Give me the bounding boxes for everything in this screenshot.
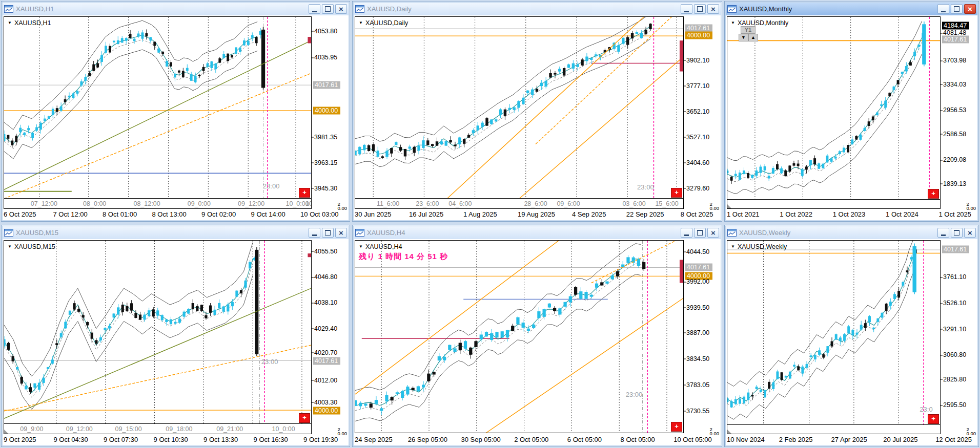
- restore-button[interactable]: [694, 228, 706, 238]
- time-axis-label: 27 Apr 2025: [831, 436, 867, 443]
- minimize-icon: [684, 11, 689, 12]
- window-titlebar[interactable]: XAUUSD,Monthly ×: [726, 3, 977, 15]
- price-axis[interactable]: 4055.504046.804038.104029.404020.704017.…: [312, 240, 348, 424]
- chart-window-daily: XAUUSD,Daily × ▼ XAUUSD,Daily +23:004017…: [352, 1, 722, 222]
- close-button[interactable]: ×: [335, 4, 347, 14]
- time-axis-label: 16 Jul 2025: [409, 210, 443, 218]
- minimize-button[interactable]: [937, 228, 949, 238]
- subwindow-scale-label: 20.00: [338, 202, 348, 210]
- window-title: XAUUSD,Daily: [367, 5, 679, 13]
- subwindow-scale-label: 20.00: [967, 202, 976, 210]
- candlestick-plot[interactable]: ▼ XAUUSD,H1 +23:00: [4, 16, 312, 199]
- legend-symbol-label: XAUUSD,H1: [14, 19, 51, 27]
- candle-countdown-text: 残り 1 時間 14 分 51 秒: [359, 252, 448, 262]
- price-axis-label: 3527.10: [686, 133, 709, 141]
- chart-legend[interactable]: ▼ XAUUSD,Monthly: [731, 19, 788, 27]
- minimize-button[interactable]: [309, 4, 320, 14]
- price-axis-label: 4012.00: [314, 376, 337, 384]
- close-button[interactable]: ×: [964, 4, 976, 14]
- restore-icon: [697, 230, 703, 236]
- restore-button[interactable]: [951, 228, 963, 238]
- time-axis[interactable]: 24 Sep 202526 Sep 05:0030 Sep 05:002 Oct…: [355, 435, 720, 444]
- close-icon: ×: [711, 5, 716, 13]
- price-axis-label: 3761.10: [943, 273, 966, 281]
- time-axis-label: 30 Sep 05:00: [461, 436, 500, 443]
- window-titlebar[interactable]: XAUUSD,H1 ×: [3, 3, 349, 15]
- minimize-icon: [312, 11, 317, 12]
- candlestick-plot[interactable]: ▼ XAUUSD,Weekly +23:0: [727, 240, 941, 425]
- candlestick-plot[interactable]: ▼ XAUUSD,Daily +23:00: [355, 16, 684, 199]
- candlestick-plot[interactable]: ▼ XAUUSD,Monthly +Y1▼▲: [727, 16, 941, 200]
- period-separator-label: 15_6:00: [655, 200, 678, 207]
- time-axis[interactable]: 10 Nov 20242 Feb 202527 Apr 202520 Jul 2…: [727, 435, 976, 444]
- minimize-button[interactable]: [681, 228, 692, 238]
- time-axis[interactable]: 30 Jun 202516 Jul 20251 Aug 202519 Aug 2…: [355, 210, 720, 219]
- window-titlebar[interactable]: XAUUSD,Weekly ×: [726, 226, 977, 239]
- price-axis-label: 4017.61: [685, 25, 712, 32]
- period-separator-label: 09_21:00: [216, 425, 243, 433]
- close-button[interactable]: ×: [335, 228, 347, 238]
- close-button[interactable]: ×: [964, 228, 976, 238]
- close-icon: ×: [968, 5, 972, 13]
- price-axis[interactable]: 4017.613761.103526.103291.103060.802825.…: [941, 240, 977, 425]
- one-click-trade-button[interactable]: +: [299, 188, 310, 198]
- chart-window-h4: XAUUSD,H4 × ▼ XAUUSD,H4 +残り 1 時間 14 分 51…: [352, 225, 722, 447]
- restore-button[interactable]: [951, 4, 963, 14]
- minimize-button[interactable]: [937, 4, 949, 14]
- time-axis-label: 30 Jun 2025: [355, 210, 392, 218]
- close-button[interactable]: ×: [707, 228, 719, 238]
- chart-legend[interactable]: ▼ XAUUSD,Daily: [359, 19, 408, 27]
- restore-icon: [954, 6, 959, 12]
- period-separator-label: 10_1: [305, 200, 312, 207]
- scale-down-button[interactable]: ▼: [739, 34, 748, 41]
- one-click-trade-button[interactable]: +: [928, 414, 939, 424]
- one-click-trade-button[interactable]: +: [299, 413, 310, 423]
- price-axis-label: 3963.15: [314, 159, 337, 166]
- price-axis[interactable]: 4184.474081.484017.613703.983334.032956.…: [941, 16, 977, 200]
- price-axis-label: 2825.80: [943, 375, 966, 383]
- window-title: XAUUSD,M15: [16, 229, 307, 237]
- y1-indicator-button[interactable]: Y1: [741, 26, 756, 34]
- chart-legend[interactable]: ▼ XAUUSD,M15: [8, 243, 55, 250]
- chart-window-icon: [727, 229, 737, 237]
- one-click-trade-button[interactable]: +: [928, 189, 939, 199]
- price-axis[interactable]: 4017.614000.003902.103777.103652.103527.…: [684, 16, 720, 199]
- chart-legend[interactable]: ▼ XAUUSD,H4: [359, 243, 402, 250]
- chart-window-icon: [727, 5, 737, 13]
- scale-up-button[interactable]: ▲: [748, 34, 758, 41]
- period-separator-label: 09_0:00: [188, 200, 211, 207]
- subwindow-scale-label: 20.00: [710, 202, 720, 210]
- price-axis-label: 4035.95: [314, 54, 337, 61]
- window-titlebar[interactable]: XAUUSD,M15 ×: [3, 226, 349, 239]
- chart-legend[interactable]: ▼ XAUUSD,Weekly: [731, 243, 787, 250]
- price-axis-label: 1839.13: [943, 180, 966, 187]
- separator-time-annotation: 23:00: [263, 182, 280, 190]
- restore-icon: [697, 6, 703, 12]
- time-axis[interactable]: 1 Oct 20211 Oct 20221 Oct 20231 Oct 2024…: [727, 210, 976, 219]
- chart-legend[interactable]: ▼ XAUUSD,H1: [8, 19, 51, 27]
- separator-time-annotation: 23:0: [920, 406, 932, 413]
- price-axis[interactable]: 4044.504017.614000.003992.003939.503887.…: [684, 240, 720, 433]
- restore-button[interactable]: [694, 4, 706, 14]
- minimize-button[interactable]: [681, 4, 692, 14]
- minimize-icon: [941, 234, 946, 236]
- candlestick-plot[interactable]: ▼ XAUUSD,M15 +23:00: [4, 240, 312, 424]
- period-separator-label: 09_6:00: [557, 200, 580, 207]
- one-click-trade-button[interactable]: +: [671, 188, 682, 198]
- close-button[interactable]: ×: [707, 4, 719, 14]
- period-separator-label: 08_0:00: [83, 200, 106, 207]
- one-click-trade-button[interactable]: +: [671, 422, 682, 432]
- window-titlebar[interactable]: XAUUSD,Daily ×: [354, 3, 721, 15]
- candlestick-plot[interactable]: ▼ XAUUSD,H4 +残り 1 時間 14 分 51 秒23:00: [355, 240, 684, 433]
- time-axis[interactable]: 9 Oct 20259 Oct 04:309 Oct 07:309 Oct 10…: [4, 435, 348, 444]
- time-axis[interactable]: 6 Oct 20257 Oct 12:008 Oct 01:008 Oct 13…: [4, 210, 348, 219]
- minimize-button[interactable]: [309, 228, 320, 238]
- time-axis-label: 8 Oct 05:00: [621, 436, 655, 443]
- restore-button[interactable]: [322, 4, 334, 14]
- restore-button[interactable]: [322, 228, 334, 238]
- time-axis-label: 1 Oct 2021: [727, 210, 760, 218]
- window-titlebar[interactable]: XAUUSD,H4 ×: [354, 226, 721, 239]
- price-axis-label: 2595.50: [943, 401, 966, 409]
- legend-symbol-label: XAUUSD,Weekly: [738, 243, 787, 250]
- price-axis[interactable]: 4053.804035.954017.614000.003981.353963.…: [312, 16, 348, 199]
